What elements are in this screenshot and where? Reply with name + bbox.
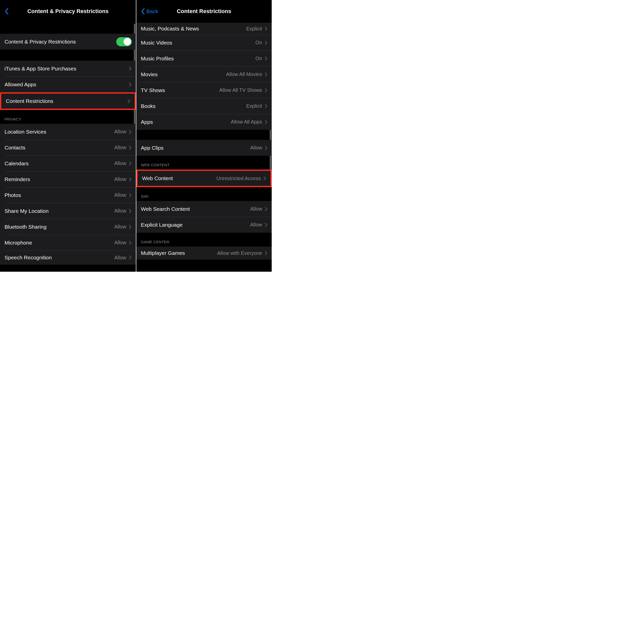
row-label: Music Videos: [141, 40, 172, 46]
chevron-right-icon: [129, 145, 132, 150]
row-multiplayer-games[interactable]: Multiplayer Games Allow with Everyone: [136, 247, 272, 260]
row-value: Unrestricted Access: [216, 176, 261, 181]
row-value: Allow: [250, 145, 262, 151]
row-movies[interactable]: Movies Allow All Movies: [136, 66, 272, 82]
row-music-profiles[interactable]: Music Profiles On: [136, 51, 272, 66]
chevron-right-icon: [265, 88, 268, 93]
chevron-right-icon: [265, 251, 268, 255]
chevron-right-icon: [129, 161, 132, 166]
back-button[interactable]: Back: [141, 8, 158, 15]
row-value: Explicit: [246, 103, 262, 109]
chevron-right-icon: [129, 193, 132, 197]
row-value: Explicit: [246, 26, 262, 32]
row-label: Photos: [5, 192, 21, 198]
row-label: Movies: [141, 71, 158, 77]
toggle-knob: [124, 38, 131, 46]
spacer: [0, 50, 136, 61]
toggle-content-privacy[interactable]: [116, 37, 132, 46]
row-microphone[interactable]: Microphone Allow: [0, 235, 136, 251]
pane-content-restrictions: Back Content Restrictions Music, Podcast…: [136, 0, 272, 272]
row-web-content[interactable]: Web Content Unrestricted Access: [138, 171, 270, 186]
row-itunes-purchases[interactable]: iTunes & App Store Purchases: [0, 61, 136, 76]
row-value: Allow: [114, 176, 126, 182]
row-label: Music, Podcasts & News: [141, 26, 199, 32]
chevron-left-icon: [141, 8, 145, 15]
row-label: Speech Recognition: [5, 255, 52, 261]
row-label: Content Restrictions: [6, 98, 53, 104]
row-label: Contacts: [5, 145, 25, 151]
row-label: Share My Location: [5, 208, 49, 214]
row-value: On: [255, 40, 262, 46]
chevron-right-icon: [265, 207, 268, 211]
row-label: Location Services: [5, 129, 46, 135]
chevron-right-icon: [129, 240, 132, 245]
nav-bar: Back Content Restrictions: [136, 0, 272, 23]
row-value: Allow: [250, 206, 262, 212]
row-music-podcasts-news[interactable]: Music, Podcasts & News Explicit: [136, 23, 272, 35]
chevron-right-icon: [129, 82, 132, 87]
row-content-restrictions[interactable]: Content Restrictions: [1, 94, 135, 109]
chevron-right-icon: [265, 72, 268, 77]
row-music-videos[interactable]: Music Videos On: [136, 35, 272, 51]
row-value: Allow All Movies: [226, 71, 262, 77]
back-label: Back: [146, 8, 158, 14]
row-value: Allow: [114, 240, 126, 246]
row-label: Microphone: [5, 240, 32, 246]
row-label: Music Profiles: [141, 56, 174, 62]
row-allowed-apps[interactable]: Allowed Apps: [0, 76, 136, 92]
highlight-content-restrictions: Content Restrictions: [0, 92, 136, 110]
row-photos[interactable]: Photos Allow: [0, 187, 136, 203]
row-bluetooth-sharing[interactable]: Bluetooth Sharing Allow: [0, 219, 136, 235]
row-apps[interactable]: Apps Allow All Apps: [136, 114, 272, 130]
row-label: Multiplayer Games: [141, 250, 185, 256]
row-web-search-content[interactable]: Web Search Content Allow: [136, 201, 272, 217]
row-label: Apps: [141, 119, 153, 125]
row-value: Allow: [114, 192, 126, 198]
page-title: Content & Privacy Restrictions: [27, 8, 109, 15]
chevron-right-icon: [265, 26, 268, 31]
chevron-left-icon: [5, 8, 9, 15]
row-books[interactable]: Books Explicit: [136, 98, 272, 114]
chevron-right-icon: [265, 41, 268, 45]
row-value: Allow: [114, 145, 126, 150]
row-value: On: [255, 56, 262, 61]
row-calendars[interactable]: Calendars Allow: [0, 155, 136, 171]
row-value: Allow: [114, 224, 126, 230]
chevron-right-icon: [129, 66, 132, 71]
row-contacts[interactable]: Contacts Allow: [0, 140, 136, 155]
row-tv-shows[interactable]: TV Shows Allow All TV Shows: [136, 82, 272, 98]
section-header-siri: Siri: [136, 187, 272, 201]
chevron-right-icon: [129, 225, 132, 229]
row-explicit-language[interactable]: Explicit Language Allow: [136, 217, 272, 233]
row-value: Allow: [114, 160, 126, 166]
spacer: [0, 23, 136, 34]
row-value: Allow: [114, 255, 126, 261]
chevron-right-icon: [265, 223, 268, 227]
chevron-right-icon: [265, 104, 268, 108]
spacer: [136, 130, 272, 140]
row-speech-recognition[interactable]: Speech Recognition Allow: [0, 251, 136, 265]
row-app-clips[interactable]: App Clips Allow: [136, 140, 272, 156]
row-label: Allowed Apps: [5, 82, 36, 88]
row-value: Allow All Apps: [231, 119, 262, 125]
row-label: Bluetooth Sharing: [5, 224, 47, 230]
row-value: Allow: [114, 129, 126, 135]
pane-content-privacy: Content & Privacy Restrictions Content &…: [0, 0, 136, 272]
row-label: Calendars: [5, 160, 29, 167]
settings-list: Content & Privacy Restrictions iTunes & …: [0, 23, 136, 272]
row-reminders[interactable]: Reminders Allow: [0, 171, 136, 187]
chevron-right-icon: [265, 120, 268, 124]
settings-list: Music, Podcasts & News Explicit Music Vi…: [136, 23, 272, 272]
row-location-services[interactable]: Location Services Allow: [0, 124, 136, 140]
row-value: Allow All TV Shows: [219, 87, 262, 93]
row-share-my-location[interactable]: Share My Location Allow: [0, 203, 136, 219]
row-label: Explicit Language: [141, 222, 183, 228]
chevron-right-icon: [129, 209, 132, 213]
row-label: Reminders: [5, 176, 30, 182]
back-button[interactable]: [5, 8, 10, 15]
chevron-right-icon: [129, 130, 132, 134]
row-label: iTunes & App Store Purchases: [5, 66, 76, 72]
row-label: Web Search Content: [141, 206, 190, 212]
row-value: Allow: [114, 208, 126, 214]
row-master-toggle[interactable]: Content & Privacy Restrictions: [0, 34, 136, 50]
